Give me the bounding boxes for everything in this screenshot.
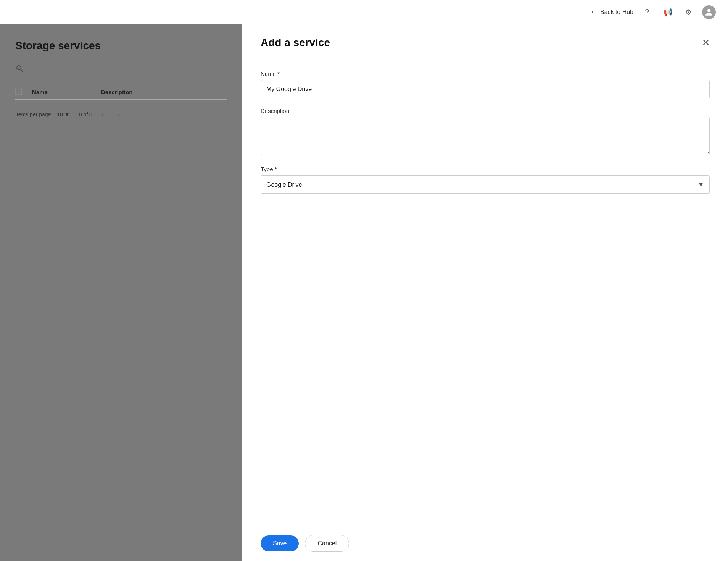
topbar: ← Back to Hub ? 📢 ⚙ [0, 0, 728, 24]
back-to-hub-link[interactable]: ← Back to Hub [590, 8, 633, 16]
col-description-header: Description [101, 89, 227, 95]
settings-icon[interactable]: ⚙ [681, 5, 695, 19]
avatar[interactable] [702, 5, 716, 19]
items-per-page-label: Items per page: [15, 111, 52, 117]
type-label: Type * [261, 166, 710, 172]
pagination-count: 0 of 0 [79, 111, 92, 117]
left-panel: Storage services Name Description Items … [0, 24, 242, 561]
table: Name Description [15, 85, 227, 100]
description-input[interactable] [261, 117, 710, 155]
name-field-group: Name * [261, 71, 710, 98]
description-field-group: Description [261, 108, 710, 157]
dialog-body: Name * Description Type * Google Drive A… [242, 58, 728, 526]
table-header: Name Description [15, 85, 227, 100]
name-label: Name * [261, 71, 710, 77]
dialog-panel: Add a service ✕ Name * Description Type … [242, 24, 728, 561]
name-input[interactable] [261, 80, 710, 98]
prev-page-button[interactable]: ‹ [97, 109, 108, 120]
next-page-button[interactable]: › [113, 109, 124, 120]
help-icon[interactable]: ? [640, 5, 654, 19]
cancel-button[interactable]: Cancel [305, 535, 349, 552]
description-label: Description [261, 108, 710, 114]
dialog-title: Add a service [261, 37, 330, 49]
page-title: Storage services [15, 40, 227, 52]
search-icon[interactable] [15, 64, 24, 76]
topbar-actions: ← Back to Hub ? 📢 ⚙ [590, 5, 716, 19]
col-name-header: Name [32, 89, 95, 95]
type-select-wrap: Google Drive Amazon S3 Azure Blob Local … [261, 175, 710, 194]
type-select[interactable]: Google Drive Amazon S3 Azure Blob Local [261, 175, 710, 194]
pagination: Items per page: 10 ▼ 0 of 0 ‹ › [15, 109, 227, 120]
type-field-group: Type * Google Drive Amazon S3 Azure Blob… [261, 166, 710, 194]
dialog-footer: Save Cancel [242, 526, 728, 561]
save-button[interactable]: Save [261, 535, 299, 551]
search-bar [15, 64, 227, 76]
select-all-checkbox[interactable] [15, 88, 26, 96]
megaphone-icon[interactable]: 📢 [661, 5, 675, 19]
close-icon[interactable]: ✕ [702, 38, 710, 47]
per-page-arrow-icon: ▼ [64, 111, 70, 117]
back-to-hub-label: Back to Hub [600, 9, 633, 16]
dialog-header: Add a service ✕ [242, 24, 728, 58]
per-page-select[interactable]: 10 ▼ [57, 111, 69, 117]
back-arrow-icon: ← [590, 8, 597, 16]
